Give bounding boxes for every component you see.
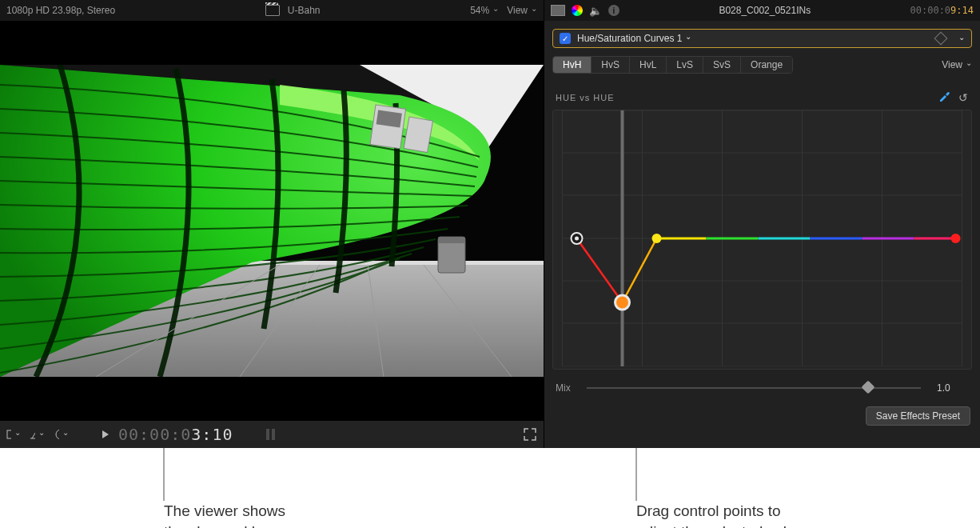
play-button[interactable]: [102, 430, 109, 438]
inspector-clip-name: B028_C002_0521INs: [626, 5, 904, 16]
audio-meter: [263, 426, 279, 442]
tab-orange[interactable]: Orange: [741, 57, 792, 73]
svg-point-40: [575, 237, 579, 241]
viewer-panel: 1080p HD 23.98p, Stereo U-Bahn 54% View: [0, 0, 544, 448]
curve-tabs-row: HvH HvS HvL LvS SvS Orange View: [544, 56, 980, 78]
keyframe-icon[interactable]: [934, 32, 948, 46]
viewer-toolbar: 1080p HD 23.98p, Stereo U-Bahn 54% View: [0, 0, 544, 21]
app-window: 1080p HD 23.98p, Stereo U-Bahn 54% View: [0, 0, 980, 448]
save-effects-preset-button[interactable]: Save Effects Preset: [866, 406, 970, 426]
tab-hvh[interactable]: HvH: [553, 57, 592, 73]
eyedropper-icon[interactable]: [938, 90, 950, 105]
caption-curve: Drag control points to adjust the select…: [636, 501, 980, 528]
inspector-view-dropdown[interactable]: View: [942, 59, 972, 70]
mix-value: 1.0: [937, 382, 969, 394]
svg-rect-6: [438, 237, 465, 243]
zoom-dropdown[interactable]: 54%: [470, 5, 499, 16]
clip-format: 1080p HD 23.98p, Stereo: [6, 5, 115, 16]
curve-title: HUE vs HUE: [556, 93, 615, 102]
retime-tool-dropdown[interactable]: [30, 429, 45, 440]
mix-label: Mix: [556, 382, 571, 394]
mix-slider[interactable]: [587, 381, 921, 395]
svg-rect-18: [266, 429, 269, 440]
effect-header[interactable]: ✓ Hue/Saturation Curves 1: [552, 29, 972, 48]
info-inspector-icon[interactable]: i: [608, 5, 619, 16]
svg-rect-14: [7, 430, 11, 438]
audio-inspector-icon[interactable]: [589, 5, 602, 17]
tab-svs[interactable]: SvS: [703, 57, 741, 73]
curve-point-yellow[interactable]: [652, 234, 662, 243]
curve-point-end[interactable]: [951, 234, 961, 243]
hue-curve-editor[interactable]: [552, 110, 972, 370]
curve-area: HUE vs HUE ↺: [552, 83, 972, 370]
clapperboard-icon[interactable]: [265, 5, 280, 16]
color-inspector-icon[interactable]: [572, 5, 583, 16]
viewer-transport: 00:00:03:10: [0, 421, 544, 448]
clip-name: U-Bahn: [288, 5, 321, 16]
inspector-panel: i B028_C002_0521INs 00:00:09:14 ✓ Hue/Sa…: [544, 0, 980, 448]
svg-rect-19: [272, 429, 275, 440]
inspector-header: i B028_C002_0521INs 00:00:09:14: [544, 0, 980, 21]
mix-row: Mix 1.0: [556, 381, 969, 395]
svg-rect-9: [404, 117, 432, 153]
svg-point-16: [56, 430, 59, 439]
effect-enable-checkbox[interactable]: ✓: [560, 33, 571, 44]
viewer-image: [0, 65, 544, 377]
video-inspector-icon[interactable]: [551, 5, 565, 16]
curve-tabs: HvH HvS HvL LvS SvS Orange: [552, 56, 793, 74]
viewer-view-dropdown[interactable]: View: [507, 5, 537, 16]
timecode-active: 3:10: [191, 425, 233, 444]
timecode-dim: 00:00:0: [118, 425, 191, 444]
effect-name-dropdown[interactable]: Hue/Saturation Curves 1: [577, 33, 691, 44]
tab-lvs[interactable]: LvS: [667, 57, 703, 73]
curve-point-active[interactable]: [615, 295, 630, 310]
tab-hvs[interactable]: HvS: [592, 57, 630, 73]
transform-tool-dropdown[interactable]: [6, 429, 21, 440]
clip-appearance-dropdown[interactable]: [54, 429, 69, 440]
tab-hvl[interactable]: HvL: [630, 57, 667, 73]
inspector-timecode: 00:00:09:14: [910, 5, 974, 16]
reset-icon[interactable]: ↺: [958, 91, 969, 104]
effect-menu-chevron-icon[interactable]: [958, 33, 965, 44]
timecode-display[interactable]: 00:00:03:10: [118, 425, 233, 444]
caption-viewer: The viewer shows the changed hue.: [164, 501, 285, 528]
fullscreen-button[interactable]: [523, 429, 537, 440]
viewer-canvas[interactable]: [0, 21, 544, 421]
